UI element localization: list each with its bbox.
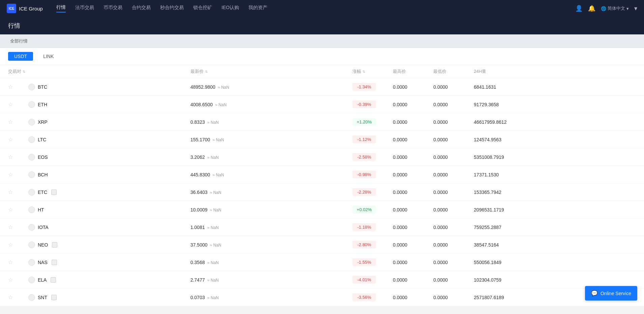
nav-item-market[interactable]: 行情	[56, 4, 66, 12]
star-icon[interactable]: ☆	[8, 136, 13, 143]
filter-tab-usdt[interactable]: USDT	[8, 52, 33, 61]
price-cell: 2.7477 ≈ NaN	[191, 277, 353, 283]
change-badge: -4.01%	[352, 276, 376, 284]
coin-name: LTC	[38, 137, 46, 142]
coin-icon	[28, 101, 35, 108]
change-cell: -2.58%	[352, 153, 393, 161]
star-icon[interactable]: ☆	[8, 294, 13, 301]
high-cell: 0.0000	[393, 119, 433, 125]
market-table: 交易对 ⇅ 最新价 ⇅ 涨幅 ⇅ 最高价 最低价 24H量 ☆	[0, 65, 644, 306]
coin-icon	[28, 259, 35, 266]
low-cell: 0.0000	[433, 260, 474, 265]
vol-cell: 46617959.8612	[474, 119, 636, 125]
sort-icon-price: ⇅	[205, 70, 208, 74]
price-approx: ≈ NaN	[206, 155, 218, 160]
table-row[interactable]: ☆ EOS 3.2062 ≈ NaN -2.58% 0.0000 0.0000 …	[0, 148, 644, 166]
coin-name: EOS	[38, 154, 48, 160]
nav-item-coin[interactable]: 币币交易	[104, 5, 122, 12]
table-row[interactable]: ☆ ETH 4008.6500 ≈ NaN -0.39% 0.0000 0.00…	[0, 96, 644, 113]
vol-cell: 91729.3658	[474, 102, 636, 107]
user-icon[interactable]: 👤	[575, 5, 583, 12]
price-approx: ≈ NaN	[209, 190, 221, 195]
nav-item-contract[interactable]: 合约交易	[132, 5, 151, 12]
table-row[interactable]: ☆ BCH 445.8300 ≈ NaN -0.98% 0.0000 0.000…	[0, 166, 644, 183]
nav-item-assets[interactable]: 我的资产	[248, 5, 267, 12]
price-cell: 0.3568 ≈ NaN	[191, 260, 353, 265]
table-row[interactable]: ☆ ELA 2.7477 ≈ NaN -4.01% 0.0000 0.0000 …	[0, 271, 644, 289]
vol-cell: 6841.1631	[474, 84, 636, 90]
star-icon[interactable]: ☆	[8, 241, 13, 248]
logo-area[interactable]: ICE ICE Group	[7, 4, 43, 13]
star-icon[interactable]: ☆	[8, 224, 13, 230]
price-approx: ≈ NaN	[217, 85, 229, 90]
nav-item-mining[interactable]: 锁仓挖矿	[193, 5, 212, 12]
high-cell: 0.0000	[393, 84, 433, 90]
th-pair[interactable]: 交易对 ⇅	[8, 68, 191, 75]
change-cell: -1.34%	[352, 83, 393, 91]
bell-icon[interactable]: 🔔	[588, 5, 595, 12]
coin-name: ELA	[38, 277, 47, 283]
vol-cell: 102304.0759	[474, 277, 636, 283]
star-icon[interactable]: ☆	[8, 119, 13, 125]
logo-icon: ICE	[7, 4, 16, 13]
high-cell: 0.0000	[393, 172, 433, 177]
table-row[interactable]: ☆ LTC 155.1700 ≈ NaN -1.12% 0.0000 0.000…	[0, 131, 644, 148]
coin-icon	[28, 154, 35, 161]
change-badge: +0.02%	[352, 206, 376, 213]
nav-item-fiat[interactable]: 法币交易	[75, 5, 94, 12]
table-row[interactable]: ☆ IOTA 1.0081 ≈ NaN -1.18% 0.0000 0.0000…	[0, 219, 644, 236]
low-cell: 0.0000	[433, 172, 474, 177]
coin-icon	[28, 294, 35, 301]
star-icon[interactable]: ☆	[8, 277, 13, 283]
star-icon[interactable]: ☆	[8, 189, 13, 195]
star-cell: ☆	[8, 84, 28, 90]
nav-item-ieo[interactable]: IEO认购	[222, 5, 239, 12]
coin-name-cell: XRP	[28, 119, 191, 125]
table-row[interactable]: ☆ ETC 36.6403 ≈ NaN -2.28% 0.0000 0.0000…	[0, 183, 644, 201]
th-price[interactable]: 最新价 ⇅	[191, 68, 353, 75]
th-change[interactable]: 涨幅 ⇅	[352, 68, 393, 75]
high-cell: 0.0000	[393, 102, 433, 107]
coin-name-cell: BTC	[28, 84, 191, 90]
star-icon[interactable]: ☆	[8, 259, 13, 265]
coin-icon	[28, 241, 35, 248]
table-row[interactable]: ☆ BTC 48952.9800 ≈ NaN -1.34% 0.0000 0.0…	[0, 78, 644, 96]
high-cell: 0.0000	[393, 277, 433, 283]
table-row[interactable]: ☆ XRP 0.8323 ≈ NaN +1.20% 0.0000 0.0000 …	[0, 113, 644, 131]
star-icon[interactable]: ☆	[8, 101, 13, 108]
vol-cell: 38547.5164	[474, 242, 636, 248]
price-cell: 48952.9800 ≈ NaN	[191, 84, 353, 90]
coin-name-cell: ELA	[28, 277, 191, 283]
table-row[interactable]: ☆ HT 10.0009 ≈ NaN +0.02% 0.0000 0.0000 …	[0, 201, 644, 219]
change-cell: -0.39%	[352, 101, 393, 108]
table-row[interactable]: ☆ NEO 37.5000 ≈ NaN -2.80% 0.0000 0.0000…	[0, 236, 644, 254]
filter-tab-link[interactable]: LINK	[37, 52, 60, 61]
star-icon[interactable]: ☆	[8, 84, 13, 90]
coin-name-cell: ETH	[28, 101, 191, 108]
star-icon[interactable]: ☆	[8, 154, 13, 160]
online-service-button[interactable]: 💬 Online Service	[585, 286, 637, 301]
star-icon[interactable]: ☆	[8, 171, 13, 178]
logo-text: ICE Group	[19, 6, 43, 11]
tab-all-market[interactable]: 全部行情	[7, 37, 31, 46]
star-cell: ☆	[8, 224, 28, 230]
coin-icon	[28, 171, 35, 178]
star-icon[interactable]: ☆	[8, 206, 13, 213]
change-badge: -2.28%	[352, 188, 376, 196]
nav-item-flash-contract[interactable]: 秒合约交易	[160, 5, 184, 12]
table-row[interactable]: ☆ SNT 0.0703 ≈ NaN -3.56% 0.0000 0.0000 …	[0, 289, 644, 306]
coin-name-cell: ETC	[28, 189, 191, 196]
coin-name-cell: NAS	[28, 259, 191, 266]
price-cell: 445.8300 ≈ NaN	[191, 172, 353, 177]
page-body: 行情 全部行情 USDT LINK 交易对 ⇅ 最新价 ⇅ 涨幅 ⇅ 最高价	[0, 17, 644, 306]
more-icon[interactable]: ▾	[634, 5, 637, 12]
coin-icon	[28, 84, 35, 90]
change-cell: -2.80%	[352, 241, 393, 249]
low-cell: 0.0000	[433, 242, 474, 248]
lang-selector[interactable]: 🌐 简体中文 ▾	[601, 5, 629, 11]
coin-name-cell: EOS	[28, 154, 191, 161]
table-row[interactable]: ☆ NAS 0.3568 ≈ NaN -1.55% 0.0000 0.0000 …	[0, 254, 644, 271]
coin-name: HT	[38, 207, 44, 212]
coin-name-cell: BCH	[28, 171, 191, 178]
change-badge: -3.56%	[352, 293, 376, 301]
